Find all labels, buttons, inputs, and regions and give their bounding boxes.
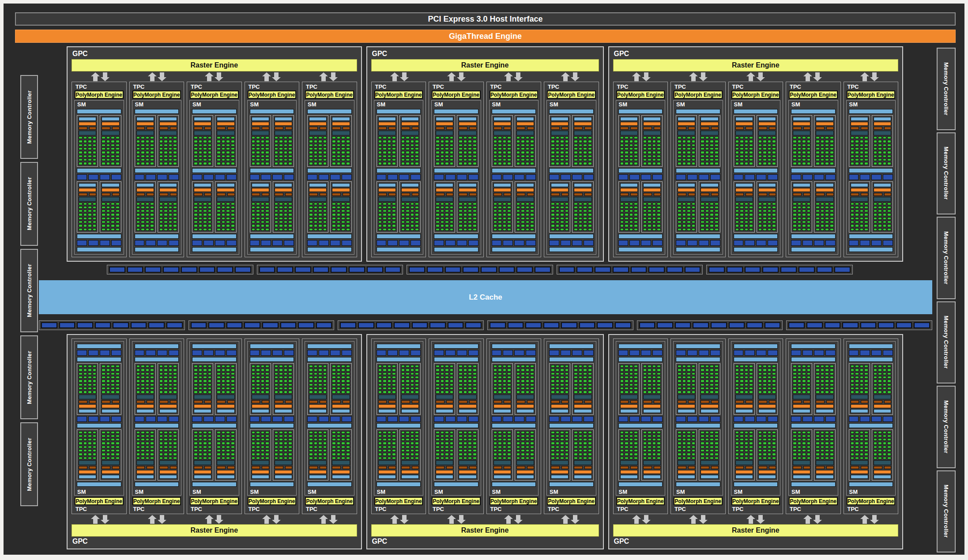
load-store-unit bbox=[503, 350, 513, 356]
texture-cache-bar bbox=[492, 357, 536, 362]
load-store-unit bbox=[652, 416, 663, 422]
sm-block: SM bbox=[247, 100, 297, 255]
cuda-core-cell bbox=[415, 140, 419, 143]
cuda-core-cell bbox=[526, 155, 530, 158]
cuda-core-cell bbox=[556, 217, 560, 220]
cuda-core-cell bbox=[252, 453, 256, 455]
dispatch-units-row bbox=[401, 127, 419, 130]
cuda-core-cell bbox=[565, 446, 569, 448]
cuda-core-grid bbox=[332, 136, 350, 165]
load-store-unit bbox=[849, 174, 859, 180]
dispatch-units-row bbox=[758, 127, 776, 130]
cuda-core-cell bbox=[620, 155, 624, 158]
cuda-core-cell bbox=[629, 203, 633, 205]
texture-cache-bar bbox=[492, 423, 536, 428]
cuda-core-cell bbox=[516, 140, 520, 143]
cuda-core-cell bbox=[579, 431, 583, 434]
instruction-buffer-bar bbox=[332, 117, 350, 121]
sm-processing-block bbox=[273, 429, 294, 481]
cuda-core-cell bbox=[498, 158, 502, 161]
cuda-core-cell bbox=[493, 435, 497, 437]
cuda-core-cell bbox=[106, 431, 110, 434]
cuda-core-cell bbox=[222, 453, 226, 455]
cuda-core-cell bbox=[252, 213, 256, 216]
cuda-core-cell bbox=[392, 380, 396, 382]
cuda-core-cell bbox=[507, 376, 511, 379]
cuda-core-cell bbox=[740, 442, 744, 444]
cuda-core-cell bbox=[332, 387, 336, 390]
instruction-buffer-bar bbox=[574, 409, 591, 413]
cuda-core-cell bbox=[648, 449, 652, 452]
cuda-core-cell bbox=[516, 435, 520, 437]
cuda-core-cell bbox=[164, 210, 168, 212]
cuda-core-cell bbox=[793, 442, 797, 444]
warp-scheduler-bar bbox=[620, 188, 638, 192]
instruction-cache-bar bbox=[77, 482, 121, 487]
load-store-unit bbox=[319, 416, 329, 422]
cuda-core-cell bbox=[588, 206, 592, 209]
cuda-core-cell bbox=[583, 431, 587, 434]
texture-cache-bar bbox=[77, 234, 121, 239]
cuda-core-cell bbox=[88, 140, 92, 143]
cuda-core-cell bbox=[830, 391, 834, 393]
cuda-core-cell bbox=[821, 372, 825, 375]
cuda-core-cell bbox=[878, 228, 882, 231]
cuda-core-cell bbox=[445, 203, 449, 205]
cuda-core-cell bbox=[620, 391, 624, 393]
cuda-core-cell bbox=[745, 446, 749, 448]
cuda-core-cell bbox=[516, 387, 520, 390]
cuda-core-cell bbox=[526, 446, 530, 448]
cuda-core-cell bbox=[141, 372, 145, 375]
cuda-core-cell bbox=[318, 147, 322, 150]
cuda-core-cell bbox=[252, 151, 256, 154]
instruction-buffer-bar bbox=[516, 183, 534, 187]
cuda-core-cell bbox=[588, 438, 592, 441]
cuda-core-cell bbox=[710, 140, 714, 143]
gpc-label: GPC bbox=[612, 537, 900, 547]
instruction-cache-bar bbox=[307, 482, 352, 487]
cuda-core-cell bbox=[705, 442, 709, 444]
polymorph-engine-bar: PolyMorph Engine bbox=[547, 497, 596, 505]
dispatch-unit-bar bbox=[227, 193, 234, 196]
cuda-core-cell bbox=[802, 217, 806, 220]
cuda-core-cell bbox=[825, 147, 829, 150]
load-store-unit bbox=[157, 350, 167, 356]
cuda-core-cell bbox=[687, 446, 691, 448]
cuda-core-cell bbox=[332, 391, 336, 393]
cuda-core-cell bbox=[88, 365, 92, 368]
processing-block-row bbox=[849, 363, 893, 415]
cuda-core-cell bbox=[802, 431, 806, 434]
register-file-bar bbox=[136, 395, 154, 399]
dispatch-unit-bar bbox=[343, 127, 350, 130]
sm-processing-block bbox=[757, 181, 778, 233]
sm-processing-block bbox=[330, 429, 351, 481]
cuda-core-cell bbox=[441, 155, 444, 158]
cuda-core-cell bbox=[687, 442, 691, 444]
cuda-core-cell bbox=[79, 376, 83, 379]
cuda-core-cell bbox=[459, 431, 463, 434]
cuda-core-cell bbox=[275, 457, 279, 459]
sm-label: SM bbox=[618, 101, 663, 108]
dispatch-unit-bar bbox=[378, 127, 387, 130]
cuda-core-cell bbox=[136, 383, 140, 386]
dispatch-units-row bbox=[401, 400, 419, 403]
cuda-core-cell bbox=[648, 224, 652, 227]
load-store-unit bbox=[745, 240, 755, 246]
cuda-core-cell bbox=[793, 365, 797, 368]
cuda-core-cell bbox=[772, 213, 776, 216]
cuda-core-cell bbox=[332, 144, 336, 147]
cuda-core-cell bbox=[79, 147, 83, 150]
cuda-core-cell bbox=[629, 136, 633, 139]
cuda-core-cell bbox=[643, 213, 647, 216]
load-store-unit bbox=[883, 174, 893, 180]
cuda-core-cell bbox=[629, 372, 633, 375]
dispatch-unit-bar bbox=[412, 193, 419, 196]
cuda-core-cell bbox=[625, 372, 629, 375]
cuda-core-cell bbox=[821, 144, 825, 147]
cuda-core-cell bbox=[93, 217, 97, 220]
crossbar-segment bbox=[595, 267, 611, 273]
load-store-units-row bbox=[192, 350, 237, 356]
cuda-core-cell bbox=[169, 158, 173, 161]
cuda-core-cell bbox=[521, 140, 525, 143]
sm-label: SM bbox=[77, 488, 121, 495]
